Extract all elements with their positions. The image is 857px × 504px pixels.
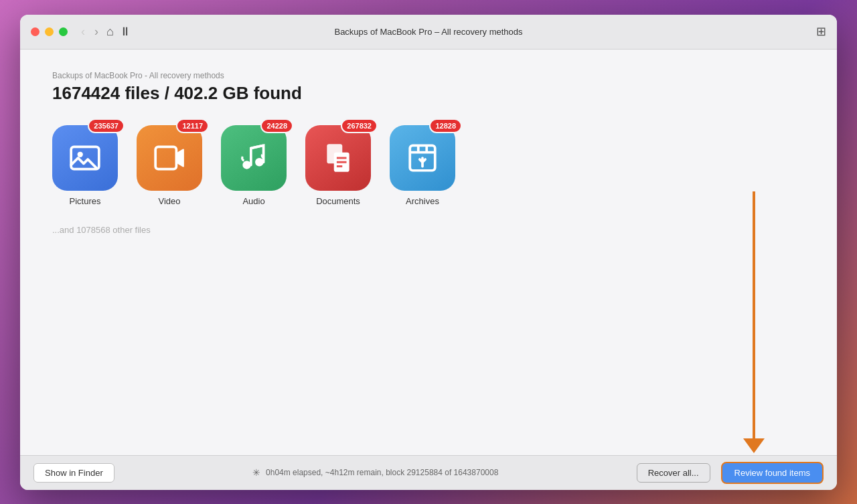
category-pictures[interactable]: 235637Pictures: [52, 125, 118, 206]
main-window: ‹ › ⌂ ⏸ Backups of MacBook Pro – All rec…: [20, 15, 837, 490]
pause-button[interactable]: ⏸: [119, 25, 131, 39]
status-text: ✳ 0h04m elapsed, ~4h12m remain, block 29…: [125, 467, 626, 478]
video-label: Video: [158, 196, 180, 206]
svg-line-5: [251, 145, 264, 148]
forward-button[interactable]: ›: [92, 24, 101, 39]
window-title: Backups of MacBook Pro – All recovery me…: [334, 27, 522, 37]
close-button[interactable]: [31, 27, 40, 36]
scroll-arrow: [743, 191, 765, 453]
footer: Show in Finder ✳ 0h04m elapsed, ~4h12m r…: [20, 455, 837, 490]
archives-badge: 12828: [429, 118, 462, 133]
arrow-line: [753, 191, 755, 439]
pictures-badge: 235637: [88, 118, 125, 133]
main-title: 1674424 files / 402.2 GB found: [52, 83, 805, 104]
categories-grid: 235637Pictures 12117Video 24228Audio 267…: [52, 125, 805, 206]
archives-label: Archives: [406, 196, 439, 206]
audio-icon: 24228: [221, 125, 287, 191]
video-badge: 12117: [176, 118, 209, 133]
spinner-icon: ✳: [252, 467, 260, 478]
titlebar: ‹ › ⌂ ⏸ Backups of MacBook Pro – All rec…: [20, 15, 837, 50]
maximize-button[interactable]: [59, 27, 68, 36]
breadcrumb: Backups of MacBook Pro - All recovery me…: [52, 71, 805, 80]
pictures-icon: 235637: [52, 125, 118, 191]
main-content: Backups of MacBook Pro - All recovery me…: [20, 50, 837, 455]
reader-button[interactable]: ⊞: [816, 24, 826, 39]
home-button[interactable]: ⌂: [106, 25, 114, 39]
documents-icon: 267832: [305, 125, 371, 191]
category-video[interactable]: 12117Video: [137, 125, 202, 206]
audio-label: Audio: [242, 196, 264, 206]
minimize-button[interactable]: [45, 27, 54, 36]
video-icon: 12117: [137, 125, 202, 191]
traffic-lights: [31, 27, 68, 36]
status-label: 0h04m elapsed, ~4h12m remain, block 2912…: [266, 468, 498, 477]
category-documents[interactable]: 267832Documents: [305, 125, 371, 206]
documents-label: Documents: [316, 196, 360, 206]
archives-icon: 12828: [390, 125, 455, 191]
pictures-label: Pictures: [70, 196, 101, 206]
svg-rect-2: [155, 147, 176, 169]
content-area: Backups of MacBook Pro - All recovery me…: [52, 71, 805, 434]
category-audio[interactable]: 24228Audio: [221, 125, 287, 206]
show-in-finder-button[interactable]: Show in Finder: [33, 463, 114, 483]
arrow-head: [743, 438, 765, 453]
other-files-label: ...and 1078568 other files: [52, 225, 805, 235]
recover-all-button[interactable]: Recover all...: [637, 463, 710, 483]
svg-point-1: [78, 151, 83, 157]
review-found-items-button[interactable]: Review found items: [721, 462, 824, 484]
documents-badge: 267832: [341, 118, 378, 133]
nav-buttons: ‹ ›: [78, 24, 101, 39]
back-button[interactable]: ‹: [78, 24, 88, 39]
audio-badge: 24228: [260, 118, 293, 133]
category-archives[interactable]: 12828Archives: [390, 125, 455, 206]
